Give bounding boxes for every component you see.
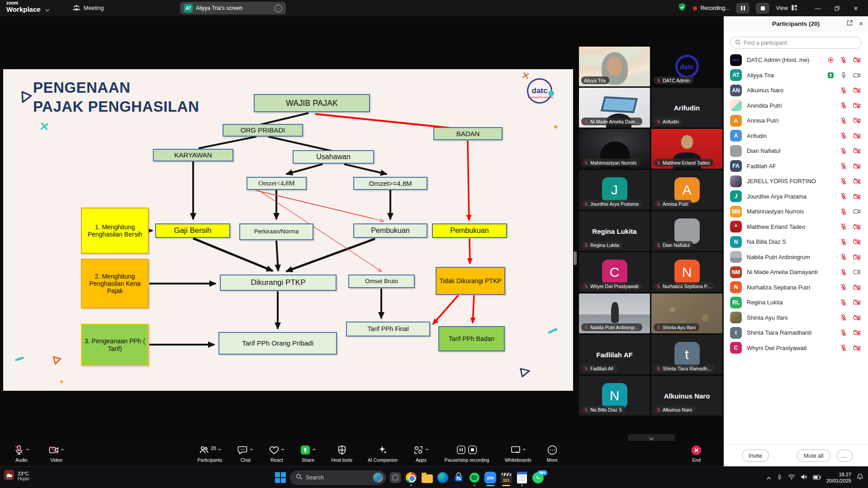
mic-muted-icon[interactable] — [584, 284, 588, 289]
camera-off-icon[interactable] — [853, 102, 861, 109]
close-panel-icon[interactable]: ✕ — [859, 20, 863, 27]
more-button[interactable]: More — [547, 445, 558, 463]
mic-muted-icon[interactable] — [840, 223, 847, 230]
more-options-icon[interactable]: ... — [275, 5, 282, 12]
tray-volume-icon[interactable] — [801, 474, 807, 482]
camera-on-icon[interactable] — [853, 71, 861, 79]
recording-indicator-icon[interactable] — [827, 57, 834, 63]
mic-muted-icon[interactable] — [840, 269, 847, 276]
mic-muted-icon[interactable] — [656, 78, 661, 83]
zoom-app-icon[interactable]: zm — [484, 469, 497, 487]
tray-wifi-icon[interactable] — [788, 474, 795, 482]
mic-muted-icon[interactable] — [840, 253, 847, 261]
mic-muted-icon[interactable] — [840, 87, 847, 94]
camera-off-icon[interactable] — [853, 147, 861, 155]
movie-app-icon[interactable]: 321 — [500, 469, 512, 487]
camera-off-icon[interactable] — [853, 162, 861, 170]
video-tile[interactable]: Ni Made Amelia Dam... — [579, 88, 650, 128]
mic-muted-icon[interactable] — [656, 366, 661, 371]
mic-muted-icon[interactable] — [840, 299, 847, 306]
camera-off-icon[interactable] — [853, 344, 861, 352]
video-tile[interactable]: JJourdhie Arya Pratama — [579, 170, 650, 210]
mic-muted-icon[interactable] — [584, 366, 588, 371]
video-tile[interactable]: Fadlilah AFFadlilah AF — [579, 335, 650, 374]
chevron-up-icon[interactable] — [425, 445, 429, 453]
mic-muted-icon[interactable] — [840, 329, 847, 336]
chevron-up-icon[interactable] — [281, 445, 285, 453]
participants-button[interactable]: 20Participants — [197, 445, 222, 463]
mic-muted-icon[interactable] — [840, 208, 847, 215]
stop-recording-button[interactable] — [756, 3, 769, 14]
file-explorer-icon[interactable] — [421, 469, 433, 487]
participant-row[interactable]: NMNi Made Amelia Damayanti — [724, 265, 868, 280]
participant-row[interactable]: NNurhaliza Septiana Putri — [724, 280, 868, 295]
video-tile[interactable]: tShinta Tiara Ramadh... — [651, 335, 722, 374]
screen-share-icon[interactable] — [827, 72, 834, 79]
popout-icon[interactable] — [846, 19, 853, 28]
apps-button[interactable]: Apps — [413, 445, 429, 463]
participant-row[interactable]: FAFadlilah AF — [724, 159, 868, 174]
mic-muted-icon[interactable] — [840, 314, 847, 321]
whatsapp-icon[interactable]: 99+ — [531, 469, 544, 487]
chevron-up-icon[interactable] — [26, 445, 29, 453]
tab-meeting[interactable]: Meeting — [72, 0, 104, 16]
record-button[interactable]: Pause/stop recording — [444, 445, 489, 463]
windows-start-button[interactable] — [274, 469, 287, 487]
camera-off-icon[interactable] — [853, 329, 861, 336]
participant-row[interactable]: Dian Nafiatul — [724, 143, 868, 159]
spotify-icon[interactable] — [468, 469, 481, 487]
chevron-up-icon[interactable] — [250, 445, 253, 453]
chevron-up-icon[interactable] — [312, 445, 316, 453]
footer-more-button[interactable]: ... — [837, 450, 853, 462]
camera-off-icon[interactable] — [853, 86, 861, 94]
camera-on-icon[interactable] — [853, 208, 861, 215]
camera-on-icon[interactable] — [853, 268, 861, 276]
mic-muted-icon[interactable] — [584, 161, 588, 165]
participant-row[interactable]: Anindita Putri — [724, 98, 868, 114]
participant-row[interactable]: JJourdhie Arya Pratama — [724, 189, 868, 204]
participant-search[interactable] — [730, 37, 862, 49]
camera-off-icon[interactable] — [853, 56, 861, 64]
chevron-up-icon[interactable] — [61, 445, 64, 453]
participant-row[interactable]: Nabila Putri Ardiningrum — [724, 250, 868, 265]
mic-muted-icon[interactable] — [656, 325, 661, 330]
video-tile[interactable]: Alkuinus NaroAlkuinus Naro — [651, 376, 722, 416]
camera-off-icon[interactable] — [853, 177, 861, 185]
end-button[interactable]: End — [691, 445, 702, 463]
restore-button[interactable] — [827, 0, 846, 16]
mic-on-icon[interactable] — [840, 71, 847, 79]
invite-button[interactable]: Invite — [742, 450, 769, 462]
scrollbar-thumb[interactable] — [574, 251, 577, 265]
audio-button[interactable]: Audio — [14, 445, 29, 463]
notes-app-icon[interactable] — [516, 469, 528, 487]
participant-row[interactable]: JERELL YORIS FORTINO — [724, 174, 868, 189]
chrome-icon[interactable] — [405, 469, 417, 487]
microsoft-store-icon[interactable] — [452, 469, 465, 487]
camera-off-icon[interactable] — [853, 223, 861, 231]
search-daily-image[interactable] — [373, 473, 383, 483]
mic-muted-icon[interactable] — [840, 117, 847, 124]
video-tile[interactable]: Shinta Ayu Ifani — [651, 294, 722, 333]
taskbar-weather-widget[interactable]: 23°C Hujan — [4, 469, 29, 482]
mic-muted-icon[interactable] — [840, 147, 847, 155]
host-button[interactable]: Host tools — [331, 445, 352, 463]
tray-battery-icon[interactable] — [813, 474, 821, 482]
participant-row[interactable]: CWhyni Dwi Prastyawati — [724, 341, 868, 356]
pause-recording-button[interactable] — [736, 3, 749, 14]
edge-icon[interactable] — [436, 469, 449, 487]
mic-muted-icon[interactable] — [656, 407, 661, 412]
video-tile[interactable]: NNa Billa Diaz S — [579, 376, 650, 416]
camera-off-icon[interactable] — [853, 193, 861, 200]
video-tile[interactable]: datcDATC Admin — [651, 47, 722, 86]
mic-muted-icon[interactable] — [840, 344, 847, 351]
close-button[interactable]: ✕ — [846, 0, 865, 16]
participant-row[interactable]: AArifudin — [724, 128, 868, 144]
mic-muted-icon[interactable] — [656, 202, 661, 206]
video-tile[interactable]: Nabila Putri Ardiningr... — [579, 294, 650, 333]
camera-off-icon[interactable] — [853, 298, 861, 306]
participant-row[interactable]: RLRegina Lukita — [724, 295, 868, 310]
video-tile[interactable]: Mahinnastyan Nurrois — [579, 129, 650, 169]
search-input[interactable] — [744, 40, 857, 46]
video-tile[interactable]: CWhyni Dwi Prastyawati — [579, 252, 650, 292]
participant-row[interactable]: Matthew Erland Tadeo — [724, 219, 868, 235]
